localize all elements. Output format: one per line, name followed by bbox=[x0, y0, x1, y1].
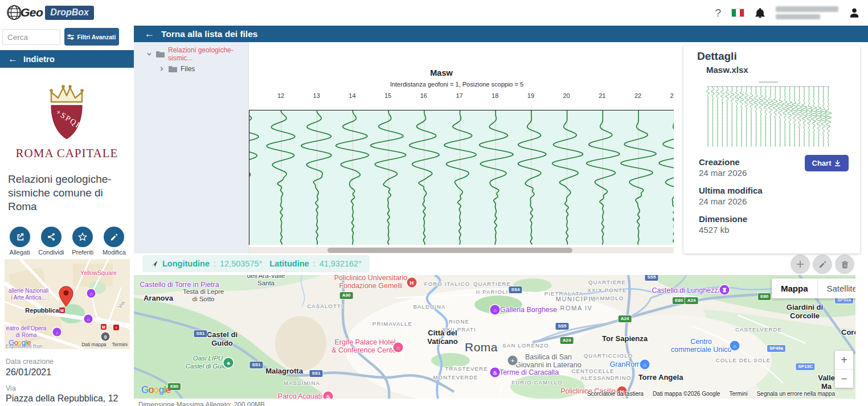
hospital-icon[interactable]: H bbox=[407, 278, 417, 288]
bell-icon[interactable] bbox=[755, 7, 765, 19]
map-label: MASSIMINA bbox=[284, 379, 320, 387]
castle-icon[interactable]: ♜ bbox=[720, 285, 730, 295]
poi-icon[interactable]: 0 bbox=[101, 333, 110, 341]
map-label: Torre Angela bbox=[638, 374, 683, 382]
map-label: CASALOTTI bbox=[307, 302, 343, 310]
poi-icon[interactable]: ⌂ bbox=[87, 289, 96, 298]
road-badge: SS1 bbox=[249, 362, 263, 368]
chart-scrollbar-thumb[interactable] bbox=[327, 248, 572, 253]
map-label: MONTEVERDE bbox=[433, 374, 478, 382]
map-label: eatro dell'Opera di Roma bbox=[6, 325, 47, 339]
folder-icon bbox=[155, 50, 165, 58]
creation-date-label: Data creazione bbox=[6, 358, 54, 366]
edit-button[interactable]: Modifica bbox=[99, 227, 130, 256]
map-label: Tor Sapienza bbox=[602, 335, 648, 343]
download-icon bbox=[834, 159, 841, 167]
poi-icon[interactable]: ♪ bbox=[53, 328, 62, 337]
tree-item[interactable]: Relazioni geologiche-sismic... bbox=[134, 47, 248, 61]
map-data-link[interactable]: Dati mappa ©2026 Google bbox=[653, 391, 720, 397]
map-label: QUARTIERE XXIX PONTE MAMMOLO bbox=[587, 278, 627, 302]
back-button[interactable]: ← Indietro bbox=[0, 50, 134, 68]
chevron-right-icon[interactable] bbox=[159, 66, 165, 72]
roma-capitale-crest: +SPQR bbox=[32, 83, 101, 148]
chart-subtitle: Interdistanza geofoni = 1, Posizione sco… bbox=[390, 81, 523, 88]
report-error-link[interactable]: Segnala un errore nella mappa bbox=[757, 391, 835, 397]
file-preview-thumbnail[interactable] bbox=[704, 79, 833, 150]
edit-record-button[interactable] bbox=[813, 255, 832, 274]
language-flag-italy[interactable] bbox=[731, 9, 744, 17]
help-icon[interactable]: ? bbox=[715, 7, 721, 19]
shopping-icon[interactable]: ⌂ bbox=[640, 360, 650, 370]
zoom-out-button[interactable]: − bbox=[835, 370, 853, 388]
map-label: YellowSquare bbox=[80, 269, 117, 276]
poi-icon[interactable]: › bbox=[113, 325, 119, 330]
axis-tick-label: 22 bbox=[634, 92, 641, 99]
map-label: ALESSANDRINO bbox=[581, 374, 632, 382]
axis-tick-label: 23 bbox=[670, 92, 674, 99]
map-label: GranRoma bbox=[609, 360, 644, 368]
attachments-button[interactable]: Allegati bbox=[4, 227, 35, 256]
user-icon[interactable] bbox=[849, 7, 860, 19]
basilica-icon[interactable]: + bbox=[508, 356, 518, 366]
shopping-icon[interactable]: ⌂ bbox=[730, 341, 740, 351]
mini-map-attribution: Dati mappa Termini bbox=[81, 342, 128, 347]
map-label: BALDUINA bbox=[413, 303, 445, 311]
map-label: Aranova bbox=[144, 294, 173, 303]
map-label: Parco Acquatico bbox=[278, 392, 329, 399]
chart-download-button[interactable]: Chart bbox=[805, 155, 849, 171]
museum-icon[interactable]: ⌂ bbox=[490, 305, 500, 315]
latitude-label: Latitudine bbox=[269, 259, 309, 268]
map-type-satellite-button[interactable]: Satellite bbox=[817, 278, 855, 298]
modified-label: Ultima modifica bbox=[699, 186, 763, 195]
map-canvas[interactable]: dell'Ara-Valle SantaCastello di Torre in… bbox=[134, 275, 855, 399]
terms-link[interactable]: Termini bbox=[729, 391, 747, 397]
chart-title: Masw bbox=[430, 68, 453, 77]
baths-icon[interactable]: ♨ bbox=[490, 368, 500, 378]
geodropbox-app: Geo DropBox ? Filtri Av bbox=[0, 0, 868, 406]
poi-icon[interactable]: M bbox=[59, 307, 65, 313]
coordinates-bar: Longitudine : 12,503575° Latitudine : 41… bbox=[142, 255, 370, 272]
back-arrow-icon[interactable]: ← bbox=[144, 28, 154, 40]
map-label: CASTELVERDE bbox=[735, 326, 782, 334]
hotel-icon[interactable]: ⌂ bbox=[394, 343, 403, 352]
search-input[interactable] bbox=[2, 29, 60, 45]
waterpark-icon[interactable]: ♨ bbox=[324, 392, 333, 399]
map-label: Castel di Guido bbox=[207, 331, 238, 348]
trash-icon bbox=[841, 260, 849, 269]
chevron-down-icon[interactable] bbox=[146, 51, 152, 57]
keyboard-shortcuts-link[interactable]: Scorciatoie da tastiera bbox=[587, 391, 644, 397]
poi-icon[interactable]: M bbox=[101, 324, 107, 330]
add-button[interactable] bbox=[791, 255, 810, 274]
google-logo[interactable]: Google bbox=[141, 384, 171, 396]
terms-link[interactable]: Termini bbox=[112, 342, 128, 347]
axis-tick-label: 16 bbox=[420, 92, 427, 99]
chart-scrollbar-track[interactable] bbox=[249, 247, 674, 253]
road-badge: A90 bbox=[340, 292, 353, 299]
map-label: Terme di Caracalla bbox=[499, 368, 559, 376]
advanced-filters-button[interactable]: Filtri Avanzati bbox=[64, 28, 119, 46]
google-logo[interactable]: Google bbox=[9, 338, 31, 347]
tree-item[interactable]: Files bbox=[134, 61, 248, 76]
map-type-mappa-button[interactable]: Mappa bbox=[772, 278, 817, 298]
action-row: Allegati Condividi Preferiti Modifica bbox=[0, 227, 134, 256]
creation-label: Creazione bbox=[699, 157, 740, 167]
mini-map[interactable]: YellowSquareallerie Nazionali i Arte Ant… bbox=[5, 259, 130, 349]
user-name-redacted[interactable] bbox=[776, 6, 838, 19]
nature-icon[interactable]: ♣ bbox=[224, 358, 234, 368]
creation-value: 24 mar 2026 bbox=[699, 168, 747, 178]
map-label: Giardini di Corcolle bbox=[787, 304, 823, 321]
top-bar: Geo DropBox ? bbox=[0, 0, 868, 26]
zoom-in-button[interactable]: + bbox=[835, 351, 853, 370]
share-button[interactable]: Condividi bbox=[35, 227, 67, 256]
map-label: Ergife Palace Hotel & Conference Center bbox=[331, 338, 398, 355]
files-header-bar[interactable]: ← Torna alla lista dei files bbox=[134, 26, 868, 42]
app-logo[interactable]: Geo DropBox bbox=[6, 4, 94, 21]
poi-icon[interactable]: ⌂ bbox=[84, 315, 93, 323]
size-value: 4527 kb bbox=[699, 225, 729, 235]
map-label: Centro commerciale Unico bbox=[671, 338, 731, 354]
map-label: allerie Nazionali i Arte Antica... bbox=[9, 288, 49, 301]
delete-button[interactable] bbox=[835, 255, 854, 274]
map-data-link[interactable]: Dati mappa bbox=[81, 342, 106, 347]
creation-date-value: 26/01/2021 bbox=[6, 367, 51, 378]
favorites-button[interactable]: Preferiti bbox=[67, 227, 99, 256]
